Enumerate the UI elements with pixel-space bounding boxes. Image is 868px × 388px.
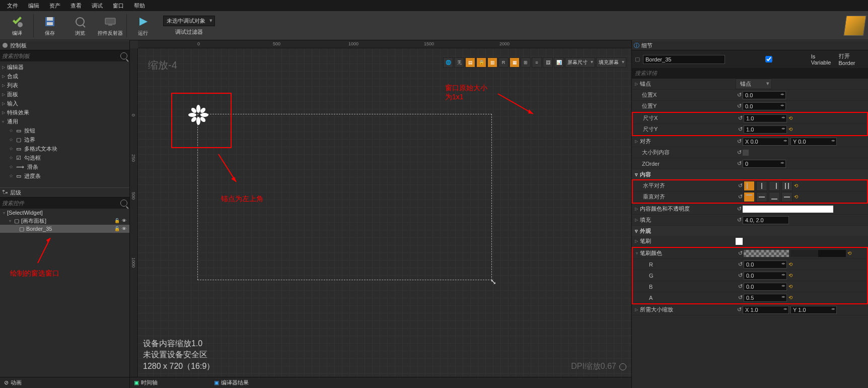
brushcolor-swatch-r[interactable] [790,250,846,257]
reset-ccolor[interactable]: ↺ [736,206,743,212]
browse-button[interactable]: 浏览 [66,13,94,38]
revert-g[interactable]: ⟲ [788,273,792,278]
alignx-input[interactable]: X 0.0◂▸ [743,138,789,146]
vp-loc1[interactable]: ▤ [465,57,475,68]
posy-input[interactable]: 0.0◂▸ [743,102,786,110]
eye-icon[interactable]: 👁 [122,218,126,223]
palette-item-checkbox[interactable]: ☆☑勾选框 [0,153,129,162]
run-button[interactable]: 运行 [129,13,157,38]
aligny-input[interactable]: Y 0.0◂▸ [790,138,837,146]
vp-lock[interactable]: 🔒 [476,57,486,68]
reset-halign[interactable]: ↺ [737,182,744,189]
revert-r[interactable]: ⟲ [788,262,792,267]
vp-chart[interactable]: 📊 [554,57,564,68]
valign-top[interactable] [744,192,755,202]
reset-a[interactable]: ↺ [737,294,744,301]
palette-search-input[interactable] [2,53,120,59]
reset-stc[interactable]: ↺ [736,149,743,156]
revert-a[interactable]: ⟲ [788,295,792,300]
compile-button[interactable]: 编译 [3,13,31,38]
reset-posy[interactable]: ↺ [736,103,743,109]
hier-canvas[interactable]: ▿▢[画布面板]🔓👁 [0,217,129,225]
vp-lines[interactable]: ≡ [532,57,542,68]
dsy-input[interactable]: Y 1.0◂▸ [790,306,837,314]
sizey-input[interactable]: 1.0◂▸ [744,125,787,134]
vp-fillscreen-combo[interactable]: 填充屏幕 [596,57,626,68]
revert-valign[interactable]: ⟲ [794,194,798,200]
menu-file[interactable]: 文件 [3,1,22,11]
menu-view[interactable]: 查看 [66,1,86,11]
palette-item-slider[interactable]: ☆⟿滑条 [0,162,129,171]
reset-posx[interactable]: ↺ [736,92,743,98]
palette-item-richtext[interactable]: ☆▭多格式文本块 [0,144,129,153]
reflector-button[interactable]: 控件反射器 [96,13,124,38]
reset-ds[interactable]: ↺ [736,306,743,313]
palette-search[interactable] [0,50,129,61]
dsx-input[interactable]: X 1.0◂▸ [743,306,789,314]
resize-handle[interactable]: ⤡ [490,278,496,286]
brush-swatch[interactable] [736,238,743,245]
vp-grid[interactable]: ▦ [510,57,520,68]
hierarchy-search[interactable] [0,198,129,209]
umg-mode-icon[interactable] [843,16,866,36]
reset-g[interactable]: ↺ [737,272,744,279]
object-name-field[interactable] [643,55,725,64]
lock-icon[interactable]: 🔓 [114,226,120,231]
menu-help[interactable]: 帮助 [130,1,149,11]
gear-icon[interactable] [619,363,626,370]
vp-none[interactable]: 无 [454,57,464,68]
palette-item-border[interactable]: ☆▢边界 [0,135,129,144]
palette-cat-common[interactable]: ▿通用 [0,117,129,126]
menu-window[interactable]: 窗口 [109,1,128,11]
reset-r[interactable]: ↺ [737,261,744,268]
revert-sizex[interactable]: ⟲ [788,115,792,121]
vp-grid2[interactable]: ⊞ [521,57,531,68]
debug-target-combo[interactable]: 未选中调试对象 [163,16,215,26]
details-tab[interactable]: ⓘ 细节 [632,40,868,50]
halign-fill[interactable] [781,181,792,191]
vp-loc3[interactable]: ▥ [487,57,497,68]
valign-center[interactable] [756,192,767,202]
vp-img[interactable]: 🖼 [543,57,553,68]
timeline-tab[interactable]: ▣时间轴 [134,379,158,386]
sizex-input[interactable]: 1.0◂▸ [744,114,787,122]
revert-halign[interactable]: ⟲ [794,183,798,188]
anchors-label[interactable]: 锚点 [640,80,651,88]
b-input[interactable]: 0.0◂▸ [744,283,787,291]
palette-cat-list[interactable]: ▷列表 [0,81,129,90]
canvas[interactable]: 缩放-4 🌐 无 ▤ 🔒 ▥ R ▦ ⊞ ≡ 🖼 📊 屏幕尺寸 填充屏幕 [138,48,631,377]
vp-globe[interactable]: 🌐 [443,57,453,68]
halign-left[interactable] [744,181,755,191]
brushcolor-swatch-l[interactable] [744,250,789,257]
palette-tab[interactable]: 控制板 [0,40,129,50]
valign-bottom[interactable] [769,192,780,202]
palette-cat-compose[interactable]: ▷合成 [0,72,129,81]
halign-center[interactable] [756,181,767,191]
content-category[interactable]: ▿内容 [632,169,868,179]
palette-item-button[interactable]: ☆▭按钮 [0,126,129,135]
size-to-content-checkbox[interactable] [743,150,749,156]
hierarchy-search-input[interactable] [2,200,120,206]
lock-icon[interactable]: 🔓 [114,218,120,223]
appearance-category[interactable]: ▿外观 [632,226,868,236]
open-border-link[interactable]: 打开Border [839,52,865,66]
palette-cat-editor[interactable]: ▷编辑器 [0,62,129,72]
anim-tab[interactable]: ⊘动画 [4,379,22,386]
valign-fill[interactable] [781,192,792,202]
viewport[interactable]: 0 500 1000 1500 2000 0 250 500 1000 缩放-4… [130,40,631,377]
zorder-input[interactable]: 0◂▸ [743,160,786,168]
eye-icon[interactable]: 👁 [122,226,126,231]
a-input[interactable]: 0.5◂▸ [744,294,787,302]
revert-b[interactable]: ⟲ [788,284,792,289]
posx-input[interactable]: 0.0◂▸ [743,91,786,99]
content-color-swatch[interactable] [743,206,833,213]
details-search[interactable]: 搜索详情 [632,68,868,79]
palette-cat-input[interactable]: ▷输入 [0,99,129,108]
reset-align[interactable]: ↺ [736,138,743,145]
compiler-results-tab[interactable]: ▣编译器结果 [214,379,249,386]
reset-valign[interactable]: ↺ [737,193,744,200]
reset-sizey[interactable]: ↺ [737,126,744,133]
palette-cat-panel[interactable]: ▷面板 [0,90,129,99]
g-input[interactable]: 0.0◂▸ [744,272,787,280]
reset-pad[interactable]: ↺ [736,217,743,223]
